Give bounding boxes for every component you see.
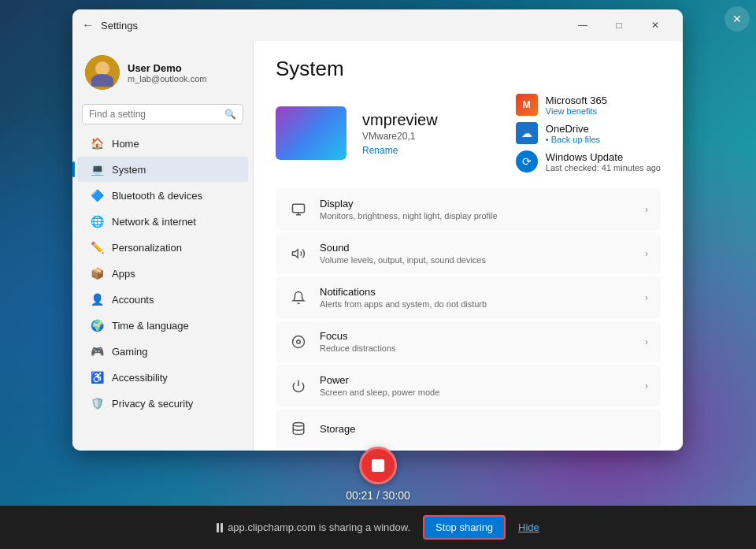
window-title: Settings	[101, 20, 565, 32]
notifications-icon	[288, 287, 309, 308]
stop-sharing-button[interactable]: Stop sharing	[423, 515, 506, 540]
quick-link-winupdate[interactable]: ⟳ Windows Update Last checked: 41 minute…	[516, 150, 661, 172]
sound-chevron: ›	[645, 248, 648, 259]
m365-sub[interactable]: View benefits	[546, 106, 607, 116]
device-name: vmpreview	[362, 111, 500, 129]
nav-label-gaming: Gaming	[112, 346, 148, 358]
time-icon: 🌍	[90, 318, 104, 332]
nav-label-bluetooth: Bluetooth & devices	[112, 190, 202, 202]
sound-icon	[288, 243, 309, 264]
quick-link-onedrive[interactable]: ☁ OneDrive • Back up files	[516, 122, 661, 144]
focus-title: Focus	[320, 330, 634, 342]
settings-item-sound[interactable]: Sound Volume levels, output, input, soun…	[276, 232, 661, 274]
power-sub: Screen and sleep, power mode	[320, 388, 634, 397]
minimize-button[interactable]: —	[565, 13, 601, 38]
stop-record-button[interactable]	[359, 447, 397, 484]
device-image	[276, 106, 346, 160]
hide-button[interactable]: Hide	[518, 521, 539, 533]
storage-text: Storage	[320, 423, 648, 435]
focus-icon	[288, 332, 309, 352]
accessibility-icon: ♿	[90, 370, 104, 384]
nav-item-personalization[interactable]: ✏️ Personalization	[77, 235, 248, 260]
svg-point-4	[293, 336, 305, 347]
window-body: User Demo m_lab@outlook.com 🔍 🏠 Home 💻 S…	[72, 41, 683, 451]
power-icon	[288, 376, 309, 396]
bluetooth-icon: 🔷	[90, 188, 104, 202]
settings-item-display[interactable]: Display Monitors, brightness, night ligh…	[276, 188, 661, 230]
home-icon: 🏠	[90, 136, 104, 150]
display-text: Display Monitors, brightness, night ligh…	[320, 198, 634, 221]
pause-icon	[217, 523, 223, 532]
user-email: m_lab@outlook.com	[128, 74, 240, 83]
display-icon	[288, 199, 309, 220]
window-controls: — □ ✕	[565, 13, 673, 38]
rename-button[interactable]: Rename	[362, 145, 500, 156]
accounts-icon: 👤	[90, 292, 104, 306]
sound-sub: Volume levels, output, input, sound devi…	[320, 255, 634, 265]
nav-item-system[interactable]: 💻 System	[77, 157, 248, 182]
power-title: Power	[320, 374, 634, 386]
user-profile[interactable]: User Demo m_lab@outlook.com	[72, 47, 253, 101]
winupdate-icon: ⟳	[516, 150, 538, 172]
nav-item-gaming[interactable]: 🎮 Gaming	[77, 339, 248, 364]
display-sub: Monitors, brightness, night light, displ…	[320, 211, 634, 221]
main-content: System vmpreview VMware20,1 Rename M	[254, 41, 683, 451]
svg-point-5	[297, 339, 301, 343]
maximize-button[interactable]: □	[601, 13, 637, 38]
display-title: Display	[320, 198, 634, 210]
sound-title: Sound	[320, 242, 634, 254]
nav-label-time: Time & language	[112, 320, 189, 332]
settings-item-focus[interactable]: Focus Reduce distractions ›	[276, 321, 661, 362]
nav-item-accessibility[interactable]: ♿ Accessibility	[77, 365, 248, 390]
nav-item-bluetooth[interactable]: 🔷 Bluetooth & devices	[77, 183, 248, 208]
onedrive-text: OneDrive • Back up files	[546, 123, 600, 144]
user-name: User Demo	[128, 62, 240, 74]
svg-marker-3	[293, 249, 298, 258]
nav-label-network: Network & internet	[112, 216, 196, 228]
nav-label-home: Home	[112, 138, 139, 150]
nav-item-network[interactable]: 🌐 Network & internet	[77, 209, 248, 234]
settings-item-power[interactable]: Power Screen and sleep, power mode ›	[276, 365, 661, 406]
svg-point-7	[293, 423, 304, 427]
settings-window: ← Settings — □ ✕ User Demo m_lab@outloo	[72, 9, 683, 451]
settings-list: Display Monitors, brightness, night ligh…	[276, 188, 661, 448]
onedrive-sub[interactable]: • Back up files	[546, 135, 600, 144]
settings-item-storage[interactable]: Storage	[276, 409, 661, 448]
nav-item-home[interactable]: 🏠 Home	[77, 131, 248, 156]
nav-item-privacy[interactable]: 🛡️ Privacy & security	[77, 391, 248, 416]
settings-item-notifications[interactable]: Notifications Alerts from apps and syste…	[276, 276, 661, 318]
sidebar: User Demo m_lab@outlook.com 🔍 🏠 Home 💻 S…	[72, 41, 254, 451]
onedrive-title: OneDrive	[546, 123, 600, 135]
nav-item-accounts[interactable]: 👤 Accounts	[77, 287, 248, 312]
sharing-message: app.clipchamp.com is sharing a window.	[228, 521, 410, 533]
m365-icon: M	[516, 94, 538, 116]
search-input[interactable]	[89, 109, 220, 120]
nav-label-accessibility: Accessibility	[112, 372, 168, 384]
search-box[interactable]: 🔍	[82, 104, 243, 124]
display-chevron: ›	[645, 204, 648, 215]
sharing-info: app.clipchamp.com is sharing a window.	[217, 521, 410, 533]
nav-item-time[interactable]: 🌍 Time & language	[77, 313, 248, 338]
svg-rect-0	[293, 204, 305, 213]
nav-item-apps[interactable]: 📦 Apps	[77, 261, 248, 286]
gaming-icon: 🎮	[90, 344, 104, 358]
corner-close-icon: ✕	[732, 13, 742, 25]
system-icon: 💻	[90, 162, 104, 176]
quick-links: M Microsoft 365 View benefits ☁ O	[516, 94, 661, 172]
close-button[interactable]: ✕	[637, 13, 673, 38]
m365-title: Microsoft 365	[546, 95, 607, 106]
nav-label-accounts: Accounts	[112, 294, 154, 306]
m365-text: Microsoft 365 View benefits	[546, 95, 607, 116]
quick-link-m365[interactable]: M Microsoft 365 View benefits	[516, 94, 661, 116]
nav-label-system: System	[112, 164, 146, 176]
corner-close-button[interactable]: ✕	[724, 6, 750, 32]
page-title: System	[276, 57, 661, 81]
privacy-icon: 🛡️	[90, 396, 104, 410]
user-info: User Demo m_lab@outlook.com	[128, 62, 240, 83]
focus-text: Focus Reduce distractions	[320, 330, 634, 353]
notifications-chevron: ›	[645, 292, 648, 303]
notifications-text: Notifications Alerts from apps and syste…	[320, 286, 634, 309]
system-header: vmpreview VMware20,1 Rename M Microsoft …	[276, 94, 661, 172]
notifications-sub: Alerts from apps and system, do not dist…	[320, 299, 634, 309]
back-button[interactable]: ←	[82, 18, 94, 32]
